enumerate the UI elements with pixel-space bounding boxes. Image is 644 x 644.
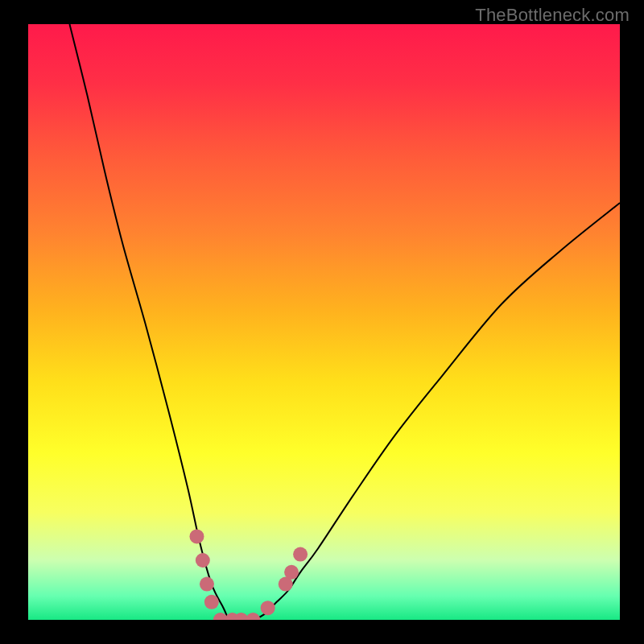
highlight-dot (200, 577, 214, 592)
highlight-markers (189, 529, 308, 620)
highlight-dot (261, 601, 275, 615)
chart-frame: TheBottleneck.com (0, 0, 644, 644)
highlight-dot (196, 553, 210, 568)
highlight-dot (246, 613, 260, 620)
highlight-dot (284, 565, 299, 580)
plot-area (28, 24, 620, 620)
bottleneck-curve (28, 24, 620, 620)
highlight-dot (293, 547, 308, 562)
curve-line (69, 24, 620, 620)
highlight-dot (204, 595, 219, 609)
highlight-dot (189, 529, 204, 543)
watermark-text: TheBottleneck.com (475, 5, 630, 26)
